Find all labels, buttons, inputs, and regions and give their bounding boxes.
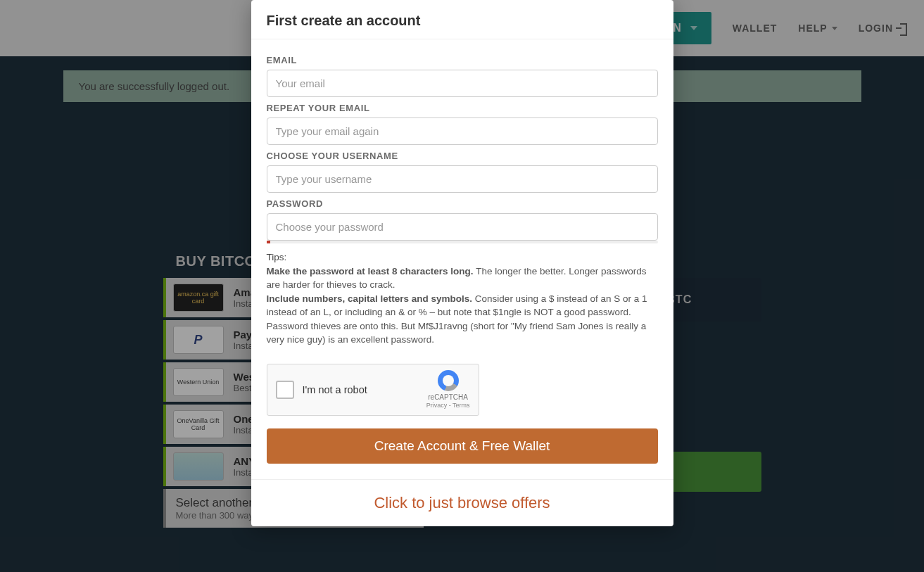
password-label: PASSWORD <box>267 198 658 209</box>
tip1-strong: Make the password at least 8 characters … <box>267 266 474 277</box>
create-account-button[interactable]: Create Account & Free Wallet <box>267 428 658 464</box>
username-label: CHOOSE YOUR USERNAME <box>267 151 658 161</box>
password-input[interactable] <box>267 213 658 241</box>
username-input[interactable] <box>267 165 658 193</box>
recaptcha-logo: reCAPTCHA Privacy - Terms <box>426 370 470 410</box>
password-tips: Tips: Make the password at least 8 chara… <box>267 250 658 347</box>
recaptcha-privacy-terms[interactable]: Privacy - Terms <box>426 402 470 410</box>
create-account-modal: First create an account EMAIL REPEAT YOU… <box>251 0 673 526</box>
modal-footer: Click to just browse offers <box>251 479 673 526</box>
recaptcha-checkbox[interactable] <box>276 381 294 399</box>
repeat-email-input[interactable] <box>267 117 658 145</box>
modal-body: EMAIL REPEAT YOUR EMAIL CHOOSE YOUR USER… <box>251 39 673 479</box>
recaptcha-brand: reCAPTCHA <box>426 393 470 402</box>
recaptcha-widget: I'm not a robot reCAPTCHA Privacy - Term… <box>267 364 479 416</box>
recaptcha-icon <box>438 370 459 391</box>
password-strength-bar <box>267 241 658 243</box>
repeat-email-label: REPEAT YOUR EMAIL <box>267 103 658 113</box>
email-input[interactable] <box>267 70 658 97</box>
modal-title: First create an account <box>251 0 673 39</box>
email-label: EMAIL <box>267 55 658 65</box>
tip2-strong: Include numbers, capital letters and sym… <box>267 293 473 304</box>
tips-header: Tips: <box>267 252 287 262</box>
recaptcha-text: I'm not a robot <box>303 384 367 395</box>
browse-offers-link[interactable]: Click to just browse offers <box>374 494 550 511</box>
